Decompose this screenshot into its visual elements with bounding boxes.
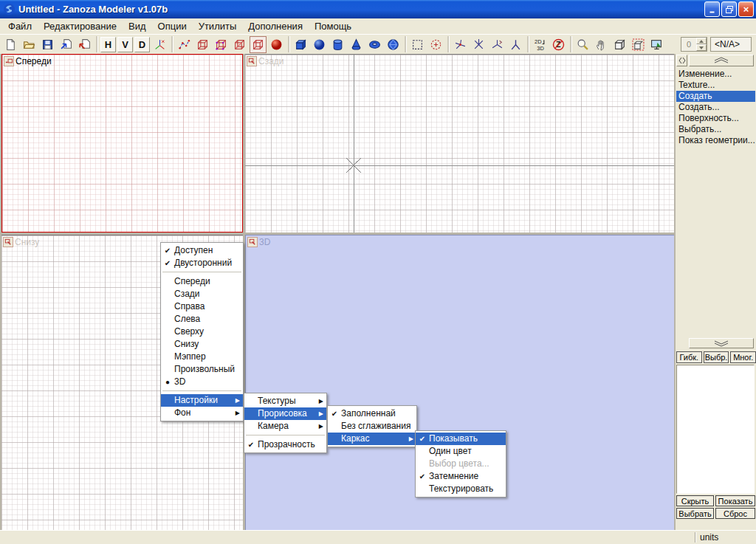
screen-view-icon[interactable]	[648, 36, 665, 53]
menubar-item[interactable]: Дополнения	[242, 19, 309, 33]
menu-item[interactable]: Камера▶	[244, 420, 326, 433]
viewport-zoom-icon[interactable]	[247, 237, 258, 247]
menu-item[interactable]: Справа	[161, 300, 243, 313]
menubar-item[interactable]: Опции	[152, 19, 193, 33]
scale-tool-icon[interactable]	[489, 36, 506, 53]
selection-tab[interactable]: Гибк.	[676, 351, 702, 363]
menu-item[interactable]: Произвольный	[161, 363, 243, 376]
close-button[interactable]: ×	[738, 1, 754, 17]
toggle-h-button[interactable]: H	[100, 37, 116, 52]
collapse-panel-button[interactable]	[689, 55, 754, 66]
menu-item[interactable]: Слева	[161, 313, 243, 326]
menu-item[interactable]: Прорисовка▶	[244, 407, 326, 420]
command-item[interactable]: Texture...	[676, 80, 755, 91]
red-sphere-icon[interactable]	[268, 36, 285, 53]
select-circle-icon[interactable]	[427, 36, 444, 53]
selection-tab[interactable]: Выбр.	[704, 351, 729, 363]
viewport-front[interactable]: Спереди	[1, 54, 243, 233]
menu-item[interactable]: ✔Затемнение	[416, 470, 506, 483]
mirror-tool-icon[interactable]	[507, 36, 524, 53]
menu-item[interactable]: Фон▶	[161, 407, 243, 419]
menu-item[interactable]: Без сглаживания	[328, 420, 416, 433]
selection-tabs: Гибк.Выбр.Мног.	[676, 351, 756, 363]
menu-item[interactable]: Снизу	[161, 338, 243, 351]
view-cube-icon[interactable]	[611, 36, 628, 53]
title-bar[interactable]: Untitled - Zanoza Modeler v1.07b ×	[0, 0, 756, 18]
zbuffer-off-icon[interactable]: Z	[550, 36, 567, 53]
command-item[interactable]: Выбрать...	[676, 124, 755, 135]
edges-mode-icon[interactable]	[213, 36, 230, 53]
menu-item[interactable]: ✔Показывать	[416, 433, 506, 445]
polyline-tool-icon[interactable]	[176, 36, 193, 53]
expand-panel-button[interactable]	[689, 338, 754, 348]
zoom-selection-icon[interactable]	[630, 36, 647, 53]
menu-item[interactable]: Сзади	[161, 288, 243, 300]
select-rectangle-icon[interactable]	[409, 36, 426, 53]
axis-horizontal	[245, 165, 674, 166]
menu-item[interactable]: ✔Прозрачность	[244, 438, 326, 451]
menu-item[interactable]: ✔Заполненнай	[328, 407, 416, 420]
command-item[interactable]: Изменение...	[676, 69, 755, 80]
rotate-tool-icon[interactable]	[470, 36, 487, 53]
primitive-torus-icon[interactable]	[366, 36, 383, 53]
viewport-back[interactable]: Сзади	[245, 54, 674, 233]
hide-button[interactable]: Скрыть	[676, 495, 714, 506]
menubar-item[interactable]: Вид	[123, 19, 152, 33]
command-item[interactable]: Создать...	[676, 102, 755, 113]
pan-hand-icon[interactable]	[593, 36, 610, 53]
primitive-geosphere-icon[interactable]	[385, 36, 402, 53]
menubar-item[interactable]: Файл	[2, 19, 38, 33]
faces-mode-icon[interactable]	[231, 36, 248, 53]
menu-item[interactable]: Настройки▶	[161, 394, 243, 407]
menu-item[interactable]: ●3D	[161, 376, 243, 388]
axes-icon[interactable]	[151, 36, 168, 53]
selection-listbox[interactable]	[676, 365, 755, 494]
menu-item[interactable]: ✔Двусторонний	[161, 257, 243, 269]
primitive-cube-icon[interactable]	[292, 36, 309, 53]
viewport-zoom-icon[interactable]	[3, 237, 13, 247]
menu-item[interactable]: Мэппер	[161, 351, 243, 363]
menubar-item[interactable]: Редактирование	[38, 19, 123, 33]
menu-item[interactable]: Текстурировать	[416, 483, 506, 495]
select-button[interactable]: Выбрать	[676, 508, 714, 519]
vertices-mode-icon[interactable]	[194, 36, 211, 53]
save-file-icon[interactable]	[39, 36, 56, 53]
zoom-icon[interactable]	[574, 36, 591, 53]
import-file-icon[interactable]	[58, 36, 75, 53]
command-item[interactable]: Поверхность...	[676, 113, 755, 124]
viewport-bottom-label: Снизу	[15, 237, 39, 247]
menu-item[interactable]: Каркас▶	[328, 433, 416, 445]
selection-tab[interactable]: Мног.	[730, 351, 756, 363]
move-tool-icon[interactable]	[452, 36, 469, 53]
toggle-2d3d-icon[interactable]: 2D3D	[532, 36, 549, 53]
show-button[interactable]: Показать	[715, 495, 755, 506]
toggle-d-button[interactable]: D	[134, 37, 150, 52]
minimize-button[interactable]	[704, 1, 720, 17]
reset-button[interactable]: Сброс	[715, 508, 755, 519]
menubar-item[interactable]: Утилиты	[193, 19, 243, 33]
command-item[interactable]: Показ геометрии...	[676, 135, 755, 146]
viewport-restore-icon[interactable]	[4, 56, 14, 66]
objects-mode-icon[interactable]	[250, 36, 267, 53]
menu-item[interactable]: ✔Доступен	[161, 244, 243, 257]
material-selector[interactable]: <N/A>	[710, 37, 752, 52]
primitive-sphere-icon[interactable]	[311, 36, 328, 53]
menubar-item[interactable]: Помощь	[309, 19, 357, 33]
new-file-icon[interactable]	[2, 36, 19, 53]
menu-item[interactable]: Сверху	[161, 326, 243, 338]
primitive-cylinder-icon[interactable]	[329, 36, 346, 53]
primitive-cone-icon[interactable]	[348, 36, 365, 53]
viewport-zoom-icon[interactable]	[247, 56, 257, 66]
flip-panel-button[interactable]	[676, 55, 687, 66]
menu-item[interactable]: Выбор цвета...	[416, 458, 506, 470]
menu-item[interactable]: Текстуры▶	[244, 395, 326, 407]
restore-button[interactable]	[721, 1, 737, 17]
open-file-icon[interactable]	[21, 36, 38, 53]
menu-item[interactable]: Спереди	[161, 275, 243, 288]
toggle-v-button[interactable]: V	[117, 37, 133, 52]
counter-down-button[interactable]	[696, 44, 707, 51]
counter-up-button[interactable]	[696, 38, 707, 44]
menu-item[interactable]: Один цвет	[416, 445, 506, 458]
export-file-icon[interactable]	[76, 36, 93, 53]
command-item[interactable]: Создать	[676, 91, 755, 102]
